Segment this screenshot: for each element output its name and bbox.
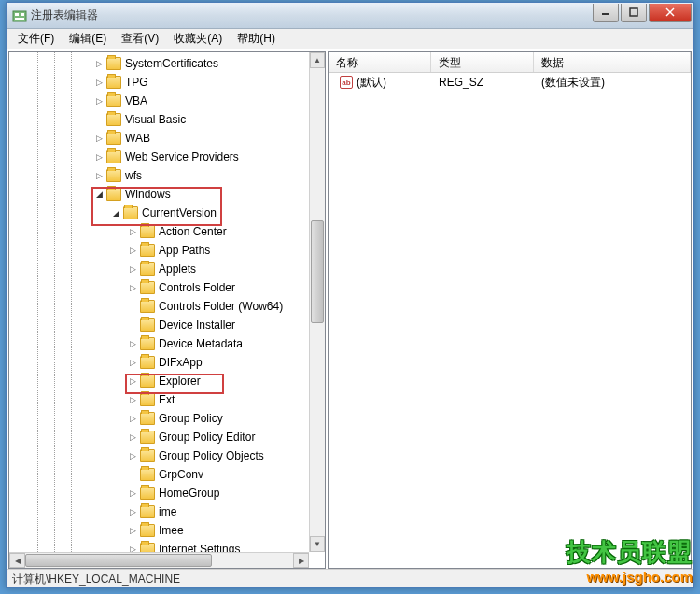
titlebar[interactable]: 注册表编辑器	[7, 3, 693, 29]
expand-icon[interactable]	[127, 469, 138, 480]
tree-item[interactable]: ▷Web Service Providers	[9, 148, 309, 166]
tree-item[interactable]: ▷Group Policy Editor	[9, 428, 309, 446]
close-button[interactable]	[649, 4, 692, 22]
tree-item-label: Windows	[125, 188, 171, 201]
expand-icon[interactable]: ▷	[127, 488, 138, 499]
collapse-icon[interactable]: ◢	[93, 189, 105, 200]
expand-icon[interactable]: ▷	[127, 506, 138, 517]
tree-item[interactable]: ◢CurrentVersion	[9, 204, 309, 222]
expand-icon[interactable]: ▷	[127, 525, 138, 536]
tree-item[interactable]: ▷ime	[9, 502, 309, 521]
expand-icon[interactable]	[127, 301, 138, 312]
menu-favorites[interactable]: 收藏夹(A)	[166, 29, 230, 49]
tree-item[interactable]: GrpConv	[9, 465, 309, 484]
svg-rect-2	[21, 13, 24, 16]
tree-horizontal-scrollbar[interactable]: ◀ ▶	[9, 552, 309, 568]
tree-item[interactable]: ▷Internet Settings	[9, 540, 309, 552]
tree-item[interactable]: ◢Windows	[9, 185, 309, 204]
expand-icon[interactable]: ▷	[127, 375, 138, 387]
tree-item-label: TPG	[125, 76, 148, 89]
tree-item[interactable]: Device Installer	[9, 316, 309, 334]
tree-item[interactable]: Controls Folder (Wow64)	[9, 297, 309, 316]
scroll-down-arrow[interactable]: ▼	[310, 536, 325, 552]
value-data: (数值未设置)	[534, 73, 612, 92]
tree-item[interactable]: ▷Controls Folder	[9, 278, 309, 297]
folder-icon	[140, 412, 155, 425]
expand-icon[interactable]: ▷	[127, 338, 138, 349]
folder-icon	[140, 318, 155, 332]
expand-icon[interactable]: ▷	[127, 357, 138, 368]
expand-icon[interactable]	[127, 319, 138, 331]
expand-icon[interactable]: ▷	[127, 413, 138, 424]
folder-icon	[123, 206, 138, 219]
col-type[interactable]: 类型	[431, 52, 534, 72]
expand-icon[interactable]: ▷	[127, 263, 138, 275]
tree-vertical-scrollbar[interactable]: ▲ ▼	[309, 52, 325, 552]
folder-icon	[140, 431, 155, 444]
folder-icon	[106, 169, 121, 182]
expand-icon[interactable]: ▷	[127, 226, 138, 237]
tree-item-label: GrpConv	[159, 468, 203, 481]
expand-icon[interactable]: ▷	[127, 450, 138, 461]
tree-item[interactable]: ▷App Paths	[9, 241, 309, 260]
scroll-right-arrow[interactable]: ▶	[293, 553, 309, 568]
svg-rect-3	[15, 18, 24, 20]
maximize-button[interactable]	[621, 4, 647, 22]
tree-item-label: wfs	[125, 169, 142, 182]
tree-item-label: VBA	[125, 94, 147, 107]
menubar: 文件(F) 编辑(E) 查看(V) 收藏夹(A) 帮助(H)	[7, 29, 693, 50]
registry-tree[interactable]: ▷SystemCertificates▷TPG▷VBAVisual Basic▷…	[9, 52, 309, 552]
tree-item-label: DIFxApp	[159, 356, 203, 369]
tree-item[interactable]: ▷wfs	[9, 166, 309, 185]
expand-icon[interactable]: ▷	[93, 95, 105, 106]
expand-icon[interactable]: ▷	[127, 544, 138, 552]
list-row[interactable]: ab (默认) REG_SZ (数值未设置)	[329, 73, 691, 92]
expand-icon[interactable]: ▷	[93, 133, 105, 144]
folder-icon	[140, 543, 155, 552]
tree-item[interactable]: ▷Action Center	[9, 222, 309, 241]
expand-icon[interactable]: ▷	[93, 58, 105, 69]
tree-item[interactable]: ▷Applets	[9, 260, 309, 278]
app-icon	[12, 8, 27, 23]
svg-rect-5	[630, 8, 637, 16]
expand-icon[interactable]: ▷	[93, 77, 105, 88]
tree-item[interactable]: ▷Imee	[9, 521, 309, 540]
minimize-button[interactable]	[593, 4, 619, 22]
scroll-left-arrow[interactable]: ◀	[9, 553, 25, 568]
statusbar: 计算机\HKEY_LOCAL_MACHINE	[7, 569, 693, 587]
folder-icon	[106, 150, 121, 163]
col-data[interactable]: 数据	[534, 52, 691, 72]
col-name[interactable]: 名称	[329, 52, 431, 72]
menu-view[interactable]: 查看(V)	[114, 29, 166, 49]
tree-item[interactable]: ▷SystemCertificates	[9, 54, 309, 73]
tree-item[interactable]: Visual Basic	[9, 110, 309, 129]
scroll-thumb-h[interactable]	[25, 554, 212, 567]
menu-help[interactable]: 帮助(H)	[230, 29, 283, 49]
expand-icon[interactable]: ▷	[93, 170, 105, 181]
folder-icon	[140, 524, 155, 537]
tree-item[interactable]: ▷Device Metadata	[9, 334, 309, 353]
tree-item-label: Imee	[159, 524, 184, 537]
tree-item[interactable]: ▷WAB	[9, 129, 309, 148]
menu-edit[interactable]: 编辑(E)	[62, 29, 114, 49]
tree-item[interactable]: ▷HomeGroup	[9, 484, 309, 502]
expand-icon[interactable]: ▷	[93, 151, 105, 163]
tree-item[interactable]: ▷DIFxApp	[9, 353, 309, 372]
scroll-thumb[interactable]	[311, 220, 324, 323]
tree-item[interactable]: ▷VBA	[9, 92, 309, 110]
folder-icon	[140, 356, 155, 369]
tree-item[interactable]: ▷TPG	[9, 73, 309, 92]
tree-item[interactable]: ▷Ext	[9, 390, 309, 409]
value-type: REG_SZ	[431, 74, 534, 91]
tree-item[interactable]: ▷Group Policy	[9, 409, 309, 428]
expand-icon[interactable]: ▷	[127, 431, 138, 443]
tree-item[interactable]: ▷Group Policy Objects	[9, 446, 309, 465]
expand-icon[interactable]: ▷	[127, 282, 138, 293]
expand-icon[interactable]: ▷	[127, 394, 138, 405]
scroll-up-arrow[interactable]: ▲	[310, 52, 325, 68]
expand-icon[interactable]: ▷	[127, 245, 138, 256]
tree-item[interactable]: ▷Explorer	[9, 372, 309, 390]
expand-icon[interactable]	[93, 114, 105, 125]
menu-file[interactable]: 文件(F)	[10, 29, 62, 49]
collapse-icon[interactable]: ◢	[110, 207, 121, 219]
